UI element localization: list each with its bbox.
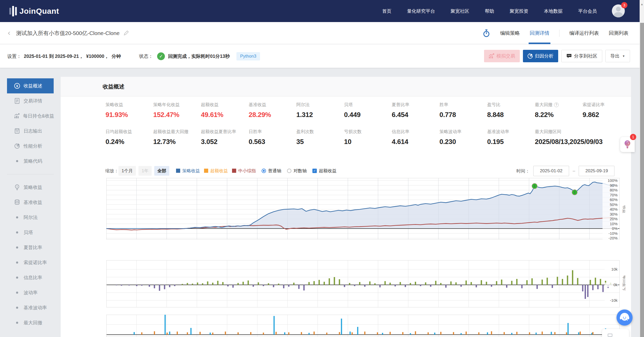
metric-value: 35 xyxy=(296,138,344,146)
axis-option-超额收益[interactable]: ✓超额收益 xyxy=(312,168,337,174)
edit-pencil-icon[interactable] xyxy=(123,30,129,36)
metric-超额收益最大回撤: 超额收益最大回撤12.73% xyxy=(153,129,201,146)
svg-text:-10k: -10k xyxy=(610,298,618,302)
metric-label: 盈亏比 xyxy=(487,102,535,108)
scrollbar-thumb[interactable] xyxy=(640,23,644,337)
sidebar-item-基准波动率[interactable]: 基准波动率 xyxy=(7,300,54,315)
sidebar-item-信息比率[interactable]: 信息比率 xyxy=(7,270,54,285)
legend-中小综指[interactable]: 中小综指 xyxy=(232,168,256,174)
nav-item-0[interactable]: 首页 xyxy=(382,8,391,14)
page-scrollbar[interactable]: ▲ xyxy=(640,0,644,337)
customer-service-button[interactable] xyxy=(617,310,633,326)
metric-label: 信息比率 xyxy=(392,129,439,135)
nav-item-1[interactable]: 量化研究平台 xyxy=(407,8,435,14)
headset-face-icon xyxy=(619,313,630,322)
time-range-controls: 时间： – xyxy=(516,166,614,176)
svg-text:40%: 40% xyxy=(610,207,618,211)
zoom-label: 缩放： xyxy=(105,168,118,174)
tab-编辑策略[interactable]: 编辑策略 xyxy=(500,22,520,44)
sidebar-item-阿尔法[interactable]: 阿尔法 xyxy=(7,210,54,225)
metric-日胜率: 日胜率0.563 xyxy=(249,129,296,146)
sidebar-item-波动率[interactable]: 波动率 xyxy=(7,285,54,300)
zoom-button-1个月[interactable]: 1个月 xyxy=(118,166,136,176)
scroll-up-arrow[interactable]: ▲ xyxy=(640,3,644,6)
daily-pnl-bar-chart[interactable]: 10k0k-10k每日盈亏 xyxy=(106,260,625,308)
chart-controls: 缩放： 1个月1年全部策略收益超额收益中小综指普通轴对数轴✓超额收益 xyxy=(105,165,337,176)
legend-超额收益[interactable]: 超额收益 xyxy=(204,168,228,174)
tab-编译运行列表[interactable]: 编译运行列表 xyxy=(569,22,599,44)
svg-text:0k: 0k xyxy=(613,283,618,287)
tab-回测列表[interactable]: 回测列表 xyxy=(609,22,628,44)
daily-trade-bar-chart[interactable]: 0k每日 xyxy=(106,315,625,337)
metric-label: 盈利次数 xyxy=(296,129,344,135)
zoom-button-全部[interactable]: 全部 xyxy=(154,166,169,176)
sidebar-item-基准收益[interactable]: 基准收益 xyxy=(7,195,54,210)
logo-bars-icon xyxy=(9,6,17,16)
metric-label: 最大回撤? xyxy=(535,102,583,108)
sidebar-item-性能分析[interactable]: 性能分析 xyxy=(7,139,54,154)
sidebar-item-日志输出[interactable]: 日志输出 xyxy=(7,123,54,139)
attribution-analysis-button[interactable]: 归因分析 xyxy=(523,50,558,62)
sidebar-item-策略收益[interactable]: 策略收益 xyxy=(7,180,54,195)
tab-回测详情[interactable]: 回测详情 xyxy=(530,22,549,44)
sidebar-item-夏普比率[interactable]: 夏普比率 xyxy=(7,240,54,255)
metric-超额收益夏普比率: 超额收益夏普比率3.052 xyxy=(201,129,249,146)
nav-item-6[interactable]: 平台会员 xyxy=(578,8,597,14)
sidebar-item-贝塔[interactable]: 贝塔 xyxy=(7,225,54,240)
zoom-button-1年[interactable]: 1年 xyxy=(138,166,151,176)
metric-盈亏比: 盈亏比8.848 xyxy=(487,102,535,119)
metric-label: 基准波动率 xyxy=(487,129,535,135)
back-chevron-icon[interactable]: ‹ xyxy=(8,22,10,44)
dot-icon xyxy=(14,229,20,236)
stopwatch-icon[interactable] xyxy=(482,29,490,37)
metric-最大回撤区间: 最大回撤区间2025/08/13,2025/09/03 xyxy=(535,129,630,146)
axis-option-对数轴[interactable]: 对数轴 xyxy=(287,168,307,174)
axis-option-普通轴[interactable]: 普通轴 xyxy=(262,168,281,174)
sidebar-item-label: 贝塔 xyxy=(24,229,33,236)
metrics-sidebar: ¥收益概述交易详情每日持仓&收益日志输出性能分析策略代码策略收益基准收益阿尔法贝… xyxy=(7,78,54,330)
svg-text:收益: 收益 xyxy=(622,205,625,213)
metric-value: 8.22% xyxy=(535,111,583,119)
returns-line-chart[interactable]: 100%90%80%70%60%50%40%30%20%10%0%-10%-20… xyxy=(106,178,625,242)
mini-widget-card[interactable] xyxy=(602,329,629,337)
trend-chart-icon xyxy=(489,53,494,59)
svg-text:10k: 10k xyxy=(611,267,618,271)
radio-icon xyxy=(287,169,291,173)
metric-value: 2025/08/13,2025/09/03 xyxy=(535,138,630,146)
simulate-trade-button[interactable]: 模拟交易 xyxy=(484,50,520,62)
nav-item-5[interactable]: 本地数据 xyxy=(544,8,563,14)
metric-label: 基准收益 xyxy=(249,102,296,108)
sidebar-item-label: 信息比率 xyxy=(24,274,42,281)
tab-divider xyxy=(559,30,559,37)
svg-text:每日盈亏: 每日盈亏 xyxy=(622,275,625,291)
logo-text: JoinQuant xyxy=(19,7,59,16)
share-to-community-button[interactable]: 分享到社区 xyxy=(561,50,602,62)
sidebar-item-每日持仓&收益[interactable]: 每日持仓&收益 xyxy=(7,108,54,123)
joinquant-logo[interactable]: JoinQuant xyxy=(9,0,59,22)
legend-策略收益[interactable]: 策略收益 xyxy=(176,168,200,174)
sidebar-item-收益概述[interactable]: ¥收益概述 xyxy=(7,78,54,93)
sidebar-item-索提诺比率[interactable]: 索提诺比率 xyxy=(7,255,54,270)
detail-tabs: 编辑策略回测详情编译运行列表回测列表 xyxy=(482,22,628,44)
help-question-icon[interactable]: ? xyxy=(554,102,559,107)
time-to-input[interactable] xyxy=(579,166,614,176)
sidebar-item-策略代码[interactable]: 策略代码 xyxy=(7,154,54,169)
legend-swatch xyxy=(204,169,208,173)
sidebar-item-label: 索提诺比率 xyxy=(24,259,47,266)
sidebar-item-交易详情[interactable]: 交易详情 xyxy=(7,93,54,108)
db-icon xyxy=(14,199,20,206)
nav-item-3[interactable]: 帮助 xyxy=(485,8,494,14)
pie-icon xyxy=(14,143,20,149)
metric-亏损次数: 亏损次数10 xyxy=(344,129,392,146)
nav-item-2[interactable]: 聚宽社区 xyxy=(451,8,469,14)
metric-策略年化收益: 策略年化收益152.47% xyxy=(153,102,201,119)
time-from-input[interactable] xyxy=(533,166,569,176)
nav-item-4[interactable]: 聚宽投资 xyxy=(510,8,528,14)
status-text: 回测完成，实际耗时01分13秒 xyxy=(168,53,230,59)
sidebar-item-label: 收益概述 xyxy=(24,83,42,89)
sidebar-item-最大回撤[interactable]: 最大回撤 xyxy=(7,315,54,330)
time-separator: – xyxy=(573,168,575,174)
metric-value: 152.47% xyxy=(153,111,201,119)
export-button[interactable]: 导出 ▼ xyxy=(605,50,630,62)
legend-label: 中小综指 xyxy=(238,168,256,174)
